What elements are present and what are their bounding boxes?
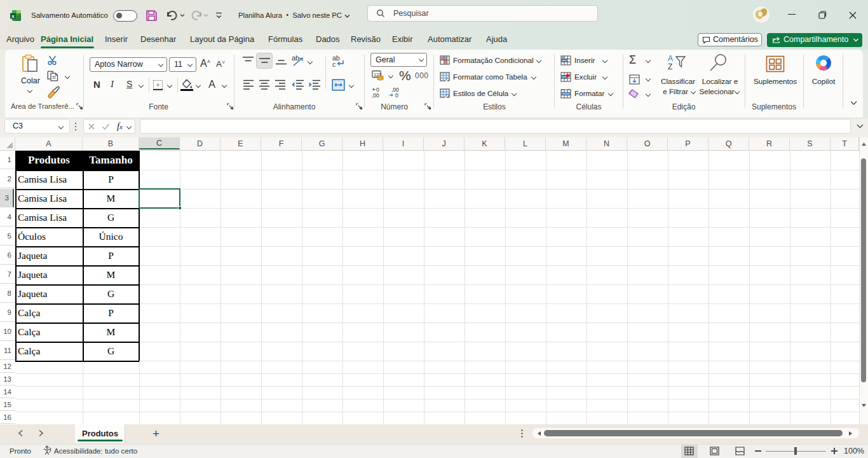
svg-text:0: 0 xyxy=(395,92,398,98)
svg-text:c: c xyxy=(332,60,336,68)
svg-text:,00: ,00 xyxy=(372,92,379,98)
svg-text:A: A xyxy=(668,54,673,63)
svg-text:x: x xyxy=(11,13,15,19)
svg-text:ab: ab xyxy=(292,54,299,62)
svg-text:Z: Z xyxy=(668,62,672,71)
